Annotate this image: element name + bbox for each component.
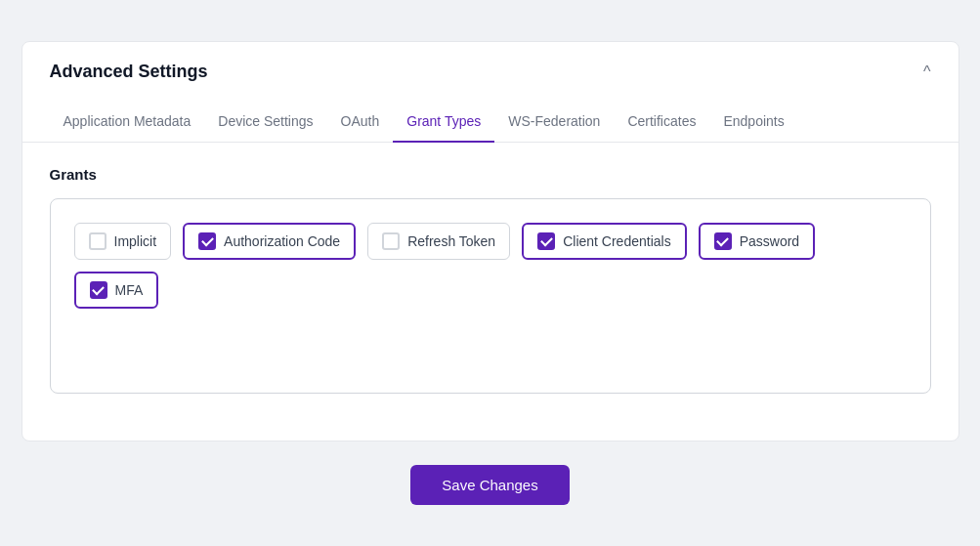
grant-checkbox-mfa xyxy=(90,281,107,299)
tab-grant-types[interactable]: Grant Types xyxy=(393,105,494,143)
grant-label-refresh-token: Refresh Token xyxy=(407,233,495,249)
collapse-icon[interactable]: ^ xyxy=(923,63,931,81)
grant-checkbox-password xyxy=(714,232,732,250)
tabs-nav: Application MetadataDevice SettingsOAuth… xyxy=(22,90,959,143)
tab-device-settings[interactable]: Device Settings xyxy=(204,105,326,143)
grant-item-authorization-code[interactable]: Authorization Code xyxy=(183,223,356,260)
grant-item-client-credentials[interactable]: Client Credentials xyxy=(522,223,687,260)
save-button-wrapper: Save Changes xyxy=(410,465,569,505)
save-button[interactable]: Save Changes xyxy=(410,465,569,505)
tab-endpoints[interactable]: Endpoints xyxy=(709,105,797,143)
tab-app-metadata[interactable]: Application Metadata xyxy=(50,105,205,143)
grant-label-implicit: Implicit xyxy=(114,233,157,249)
tab-ws-federation[interactable]: WS-Federation xyxy=(494,105,614,143)
grant-checkbox-authorization-code xyxy=(198,232,216,250)
panel-title: Advanced Settings xyxy=(50,62,208,82)
settings-panel: Advanced Settings ^ Application Metadata… xyxy=(21,41,959,441)
grants-row: ImplicitAuthorization CodeRefresh TokenC… xyxy=(74,223,907,309)
grant-label-client-credentials: Client Credentials xyxy=(563,233,671,249)
panel-header: Advanced Settings ^ xyxy=(22,42,959,82)
grant-checkbox-implicit xyxy=(89,232,107,250)
grant-checkbox-refresh-token xyxy=(382,232,400,250)
grant-label-mfa: MFA xyxy=(115,282,144,298)
grant-item-implicit[interactable]: Implicit xyxy=(74,223,172,260)
grant-item-mfa[interactable]: MFA xyxy=(74,272,159,309)
grant-label-authorization-code: Authorization Code xyxy=(224,233,340,249)
tab-oauth[interactable]: OAuth xyxy=(327,105,394,143)
grants-box: ImplicitAuthorization CodeRefresh TokenC… xyxy=(50,198,931,394)
grant-item-password[interactable]: Password xyxy=(699,223,815,260)
panel-content: Grants ImplicitAuthorization CodeRefresh… xyxy=(22,143,959,417)
tab-certificates[interactable]: Certificates xyxy=(614,105,709,143)
grant-checkbox-client-credentials xyxy=(537,232,555,250)
grants-section-title: Grants xyxy=(50,166,931,183)
grant-item-refresh-token[interactable]: Refresh Token xyxy=(367,223,510,260)
grant-label-password: Password xyxy=(740,233,799,249)
